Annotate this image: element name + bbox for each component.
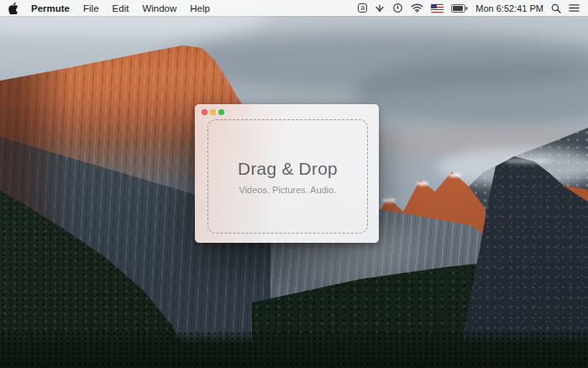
menu-help[interactable]: Help (190, 3, 210, 13)
wifi-icon[interactable] (411, 3, 423, 14)
drag-drop-zone[interactable]: Drag & Drop Videos. Pictures. Audio. (207, 119, 368, 234)
status-cluster: a Mon 6:52:41 PM (358, 3, 580, 14)
drop-zone-subtitle: Videos. Pictures. Audio. (239, 185, 337, 195)
menu-app-name[interactable]: Permute (31, 3, 70, 13)
zoom-button[interactable] (218, 109, 224, 115)
battery-icon[interactable] (451, 3, 468, 14)
close-button[interactable] (202, 109, 207, 115)
menu-file[interactable]: File (83, 3, 99, 13)
time-machine-icon[interactable] (392, 3, 403, 14)
a-badge-letter: a (358, 3, 367, 13)
snow-patch (417, 181, 428, 186)
snow-patch (449, 173, 461, 177)
traffic-lights (202, 109, 224, 115)
menu-window[interactable]: Window (142, 3, 176, 13)
minimize-button[interactable] (210, 109, 216, 115)
apple-logo-icon (8, 3, 18, 14)
a-badge-icon[interactable]: a (358, 3, 367, 14)
drop-zone-title: Drag & Drop (238, 159, 338, 179)
apple-menu[interactable] (8, 3, 18, 14)
menu-bar: Permute File Edit Window Help a Mon 6:52… (0, 0, 588, 16)
us-flag-icon[interactable] (431, 3, 444, 14)
menu-clock[interactable]: Mon 6:52:41 PM (475, 3, 543, 13)
menu-edit[interactable]: Edit (113, 3, 129, 13)
permute-window: Drag & Drop Videos. Pictures. Audio. (195, 104, 379, 243)
snow-patch (502, 158, 553, 164)
forest-floor (0, 331, 588, 368)
snow-patch (382, 198, 396, 202)
fan-icon[interactable] (375, 3, 385, 14)
spotlight-search-icon[interactable] (551, 3, 561, 14)
notification-center-icon[interactable] (569, 3, 580, 14)
